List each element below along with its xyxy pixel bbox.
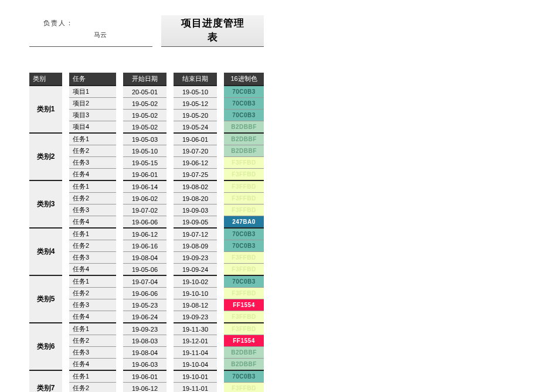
color-swatch: 70C0B3	[224, 240, 264, 252]
task-cell: 任务1	[69, 180, 116, 193]
start-cell: 19-05-02	[123, 110, 166, 121]
color-swatch: F3FFBD	[224, 180, 264, 193]
task-cell: 任务4	[69, 264, 116, 276]
start-cell: 19-06-06	[123, 288, 166, 299]
task-cell: 任务4	[69, 216, 116, 229]
table-row: 类别7任务119-06-0119-10-0170C0B3	[29, 370, 264, 383]
task-cell: 任务1	[69, 133, 116, 145]
start-cell: 19-06-24	[123, 311, 166, 323]
task-cell: 任务3	[69, 347, 116, 359]
color-swatch: F3FFBD	[224, 383, 264, 393]
color-swatch: B2DBBF	[224, 359, 264, 371]
table-row: 类别6任务119-09-2319-11-30F3FFBD	[29, 323, 264, 335]
end-cell: 19-08-12	[174, 299, 217, 311]
task-cell: 项目1	[69, 86, 116, 98]
color-swatch: 247BA0	[224, 216, 264, 229]
category-cell: 类别7	[29, 370, 62, 392]
title-line-2: 表	[161, 30, 264, 45]
task-cell: 任务2	[69, 288, 116, 299]
task-cell: 任务3	[69, 157, 116, 169]
table-header-row: 类别 任务 开始日期 结束日期 16进制色	[29, 73, 264, 86]
start-cell: 19-05-15	[123, 157, 166, 169]
task-cell: 任务4	[69, 311, 116, 323]
table-row: 类别3任务119-06-1419-08-02F3FFBD	[29, 180, 264, 193]
task-cell: 项目4	[69, 121, 116, 134]
schedule-table: 类别 任务 开始日期 结束日期 16进制色 类别1项目120-05-0119-0…	[29, 73, 264, 392]
start-cell: 19-05-10	[123, 145, 166, 157]
project-schedule-sheet: 负责人： 马云 项目进度管理 表 类别 任务 开始日期 结束日期 16进制色 类…	[29, 14, 264, 392]
color-swatch: B2DBBF	[224, 347, 264, 359]
page-title: 项目进度管理 表	[161, 15, 264, 47]
start-cell: 20-05-01	[123, 86, 166, 98]
table-row: 类别2任务119-05-0319-06-01B2DBBF	[29, 133, 264, 145]
task-cell: 项目3	[69, 110, 116, 121]
end-cell: 19-07-20	[174, 145, 217, 157]
color-swatch: F3FFBD	[224, 264, 264, 276]
color-swatch: F3FFBD	[224, 252, 264, 264]
start-cell: 19-08-03	[123, 335, 166, 347]
start-cell: 19-08-04	[123, 252, 166, 264]
end-cell: 19-05-10	[174, 86, 217, 98]
end-cell: 19-11-30	[174, 323, 217, 335]
end-cell: 19-05-12	[174, 98, 217, 110]
task-cell: 任务2	[69, 193, 116, 204]
end-cell: 19-07-12	[174, 228, 217, 240]
end-cell: 19-09-05	[174, 216, 217, 229]
category-cell: 类别4	[29, 228, 62, 275]
table-row: 类别1项目120-05-0119-05-1070C0B3	[29, 86, 264, 98]
col-color: 16进制色	[224, 73, 264, 86]
color-swatch: 70C0B3	[224, 370, 264, 383]
start-cell: 19-06-12	[123, 228, 166, 240]
end-cell: 19-05-24	[174, 121, 217, 134]
end-cell: 19-05-20	[174, 110, 217, 121]
task-cell: 任务4	[69, 359, 116, 371]
start-cell: 19-09-23	[123, 323, 166, 335]
end-cell: 19-10-10	[174, 288, 217, 299]
start-cell: 19-05-06	[123, 264, 166, 276]
col-category: 类别	[29, 73, 62, 86]
color-swatch: F3FFBD	[224, 288, 264, 299]
color-swatch: B2DBBF	[224, 121, 264, 134]
task-cell: 任务1	[69, 370, 116, 383]
task-cell: 任务3	[69, 204, 116, 216]
start-cell: 19-07-04	[123, 275, 166, 288]
color-swatch: 70C0B3	[224, 98, 264, 110]
col-start: 开始日期	[123, 73, 166, 86]
end-cell: 19-10-01	[174, 370, 217, 383]
end-cell: 19-10-04	[174, 359, 217, 371]
color-swatch: F3FFBD	[224, 169, 264, 181]
color-swatch: 70C0B3	[224, 86, 264, 98]
color-swatch: F3FFBD	[224, 193, 264, 204]
start-cell: 19-05-03	[123, 133, 166, 145]
end-cell: 19-08-09	[174, 240, 217, 252]
start-cell: 19-06-16	[123, 240, 166, 252]
task-cell: 任务1	[69, 323, 116, 335]
table-row: 类别5任务119-07-0419-10-0270C0B3	[29, 275, 264, 288]
end-cell: 19-09-24	[174, 264, 217, 276]
start-cell: 19-06-06	[123, 216, 166, 229]
start-cell: 19-05-23	[123, 299, 166, 311]
col-end: 结束日期	[174, 73, 217, 86]
end-cell: 19-08-02	[174, 180, 217, 193]
end-cell: 19-06-12	[174, 157, 217, 169]
start-cell: 19-06-01	[123, 370, 166, 383]
start-cell: 19-08-04	[123, 347, 166, 359]
task-cell: 任务1	[69, 275, 116, 288]
end-cell: 19-10-02	[174, 275, 217, 288]
color-swatch: B2DBBF	[224, 145, 264, 157]
category-cell: 类别2	[29, 133, 62, 180]
start-cell: 19-05-02	[123, 121, 166, 134]
color-swatch: F3FFBD	[224, 323, 264, 335]
color-swatch: FF1554	[224, 299, 264, 311]
start-cell: 19-06-03	[123, 359, 166, 371]
end-cell: 19-07-25	[174, 169, 217, 181]
category-cell: 类别5	[29, 275, 62, 323]
start-cell: 19-06-01	[123, 169, 166, 181]
task-cell: 任务2	[69, 335, 116, 347]
end-cell: 19-11-04	[174, 347, 217, 359]
col-task: 任务	[69, 73, 116, 86]
color-swatch: B2DBBF	[224, 133, 264, 145]
start-cell: 19-06-12	[123, 383, 166, 393]
end-cell: 19-12-01	[174, 335, 217, 347]
color-swatch: F3FFBD	[224, 204, 264, 216]
